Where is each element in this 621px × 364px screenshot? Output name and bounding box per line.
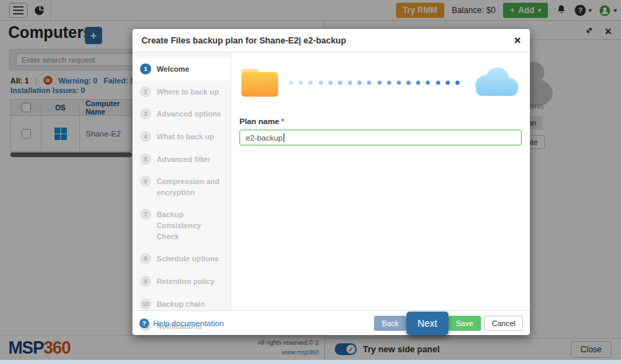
transfer-dot [338, 81, 342, 85]
step-number-badge: 3 [140, 108, 151, 119]
wizard-step[interactable]: 4 What to back up [132, 125, 230, 148]
step-number-badge: 6 [140, 176, 151, 187]
help-documentation-link[interactable]: ? Help documentation [139, 318, 224, 328]
plan-name-input[interactable]: e2-backup [239, 130, 522, 145]
close-icon[interactable]: × [514, 34, 521, 46]
transfer-dot [367, 81, 371, 85]
wizard-step[interactable]: 6 Compression and encryption [132, 170, 230, 203]
create-backup-plan-modal: Create Files backup plan for Shane-E2| e… [132, 29, 530, 335]
step-number-badge: 4 [140, 131, 151, 142]
wizard-step[interactable]: 8 Schedule options [132, 247, 230, 270]
modal-footer: ? Help documentation Back Next Save Canc… [132, 310, 530, 335]
transfer-dot [319, 81, 323, 85]
step-label: Retention policy [157, 276, 215, 287]
step-number-badge: 1 [140, 63, 151, 74]
transfer-dot [308, 81, 313, 85]
step-label: What to back up [157, 131, 214, 143]
transfer-dot [426, 81, 430, 85]
welcome-step-content: Plan name* e2-backup [231, 52, 530, 310]
step-label: Where to back up [157, 86, 219, 98]
step-number-badge: 8 [140, 253, 151, 264]
step-number-badge: 10 [140, 299, 151, 310]
wizard-step[interactable]: 5 Advanced filter [132, 148, 230, 171]
step-label: Advanced options [157, 108, 221, 120]
step-number-badge: 9 [140, 276, 151, 287]
step-label: Backup Consistency Check [157, 209, 223, 242]
transfer-dot [416, 81, 420, 85]
transfer-dot [357, 81, 362, 85]
step-number-badge: 5 [140, 154, 151, 165]
transfer-dot [436, 81, 440, 85]
transfer-dots [289, 81, 460, 85]
step-label: Welcome [157, 63, 189, 75]
transfer-dot [377, 81, 382, 85]
cancel-button[interactable]: Cancel [484, 316, 523, 331]
folder-icon [239, 67, 279, 99]
cloud-icon [469, 65, 522, 101]
modal-title: Create Files backup plan for Shane-E2| e… [141, 36, 346, 46]
next-button[interactable]: Next [406, 312, 448, 335]
wizard-step[interactable]: 2 Where to back up [132, 81, 230, 103]
text-cursor [284, 133, 284, 142]
wizard-step[interactable]: 9 Retention policy [132, 270, 230, 293]
plan-name-label: Plan name* [239, 117, 522, 125]
transfer-dot [446, 81, 450, 85]
step-label: Schedule options [157, 253, 219, 265]
transfer-dot [348, 81, 352, 85]
step-label: Compression and encryption [157, 176, 223, 198]
modal-header: Create Files backup plan for Shane-E2| e… [132, 29, 530, 52]
step-number-badge: 2 [140, 86, 151, 97]
wizard-step[interactable]: 7 Backup Consistency Check [132, 203, 230, 247]
back-button[interactable]: Back [374, 316, 406, 331]
wizard-step[interactable]: 3 Advanced options [132, 103, 230, 125]
window-edge-strip [0, 360, 621, 364]
transfer-dot [328, 81, 333, 85]
wizard-steps: 1 Welcome 2 Where to back up 3 Advanced … [132, 52, 231, 310]
transfer-dot [406, 81, 411, 85]
transfer-dot [299, 81, 303, 85]
wizard-step[interactable]: 1 Welcome [132, 58, 230, 81]
step-label: Advanced filter [157, 154, 210, 165]
transfer-dot [397, 81, 401, 85]
question-icon: ? [139, 318, 149, 328]
step-number-badge: 7 [140, 209, 151, 220]
transfer-dot [289, 81, 293, 85]
transfer-dot [387, 81, 391, 85]
step-label: Backup chain [157, 299, 205, 310]
required-asterisk: * [282, 117, 284, 125]
save-button[interactable]: Save [448, 316, 481, 331]
transfer-dot [455, 81, 460, 85]
